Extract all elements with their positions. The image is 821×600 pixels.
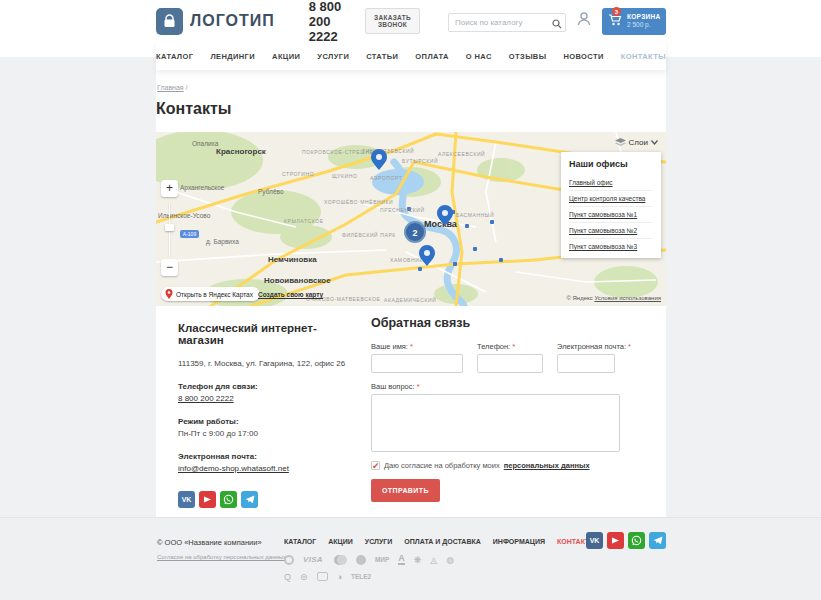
offices-panel: Наши офисы Главный офис Центр контроля к… <box>561 152 661 258</box>
payment-logo-icon <box>317 572 328 581</box>
map-cluster-marker[interactable]: 2 <box>405 222 425 242</box>
footer-item-informaciya[interactable]: ИНФОРМАЦИЯ <box>493 538 545 545</box>
payment-logo-icon: ◬ <box>430 555 437 565</box>
order-call-button[interactable]: ЗАКАЗАТЬ ЗВОНОК <box>365 8 420 34</box>
phone-label: Телефон для связи: <box>178 381 353 393</box>
header-inner: ЛОГОТИП 8 800 200 2222 ЗАКАЗАТЬ ЗВОНОК 3 <box>156 0 666 42</box>
email-label: Электронная почта: <box>178 451 353 463</box>
email-link[interactable]: info@demo-shop.whatasoft.net <box>178 464 289 473</box>
map-label: Новоивановское <box>264 276 331 285</box>
nav-item-katalog[interactable]: КАТАЛОГ <box>156 52 193 61</box>
payment-logo-icon <box>356 555 366 565</box>
whatsapp-icon[interactable] <box>220 491 237 508</box>
breadcrumb: Главная / <box>157 84 188 91</box>
footer-consent-link[interactable]: Согласие на обработку персональных данны… <box>157 554 286 560</box>
question-field[interactable] <box>371 394 620 452</box>
footer-item-katalog[interactable]: КАТАЛОГ <box>284 538 316 545</box>
road-badge: А-109 <box>180 230 199 238</box>
mastercard-icon <box>332 555 347 565</box>
qiwi-icon: Q <box>284 572 291 582</box>
create-own-map-link[interactable]: Создать свою карту <box>258 291 323 298</box>
nav-item-novosti[interactable]: НОВОСТИ <box>563 52 603 61</box>
search-icon[interactable] <box>552 15 562 33</box>
alfabank-icon: А <box>398 554 405 565</box>
required-asterisk: * <box>417 382 420 391</box>
map-label: СТРОГИНО <box>282 171 314 177</box>
office-link-pickup-3[interactable]: Пункт самовывоза №3 <box>569 239 653 254</box>
personal-data-link[interactable]: персональных данных <box>504 461 590 470</box>
question-field-label: Ваш вопрос: * <box>371 382 641 391</box>
content-column: Главная / Контакты <box>156 70 666 517</box>
map-label: АКАДЕМИЧЕСКИЙ <box>384 296 436 303</box>
vk-icon[interactable]: VK <box>178 491 195 508</box>
footer-social-links: VK <box>586 532 666 549</box>
map-label: КРЫЛАТСКОЕ <box>284 218 324 224</box>
feedback-form: Обратная связь Ваше имя: * Телефон: * Эл… <box>371 316 641 502</box>
office-link-pickup-1[interactable]: Пункт самовывоза №1 <box>569 207 653 223</box>
shop-title: Классический интернет-магазин <box>178 322 353 346</box>
terms-of-use-link[interactable]: Условия использования <box>594 295 661 301</box>
map-label: ФИЛЁВСКИЙ ПАРК <box>342 231 396 238</box>
map-zoom-out-button[interactable]: − <box>161 259 178 276</box>
consent-row: ✔ Даю согласие на обработку моих персона… <box>371 461 641 470</box>
telegram-icon[interactable] <box>241 491 258 508</box>
map-label: Архангельское <box>180 184 225 192</box>
social-links: VK <box>178 491 353 508</box>
map-label: БАСМАННЫЙ <box>456 211 494 218</box>
map-label: Красногорск <box>216 147 267 156</box>
breadcrumb-separator: / <box>186 84 188 91</box>
map-layers-control[interactable]: Слои <box>615 138 658 147</box>
consent-checkbox[interactable]: ✔ <box>371 461 380 470</box>
youtube-icon[interactable] <box>199 491 216 508</box>
payment-methods: VISA МИР А ❋ ◬ ◍ Q ⊜ ◑ TELE2 <box>284 552 454 586</box>
offices-panel-title: Наши офисы <box>569 159 653 169</box>
nav-item-o-nas[interactable]: О НАС <box>466 52 492 61</box>
map-label: ТИМИРЯЗЕВСКИЙ <box>362 147 414 154</box>
email-field-label: Электронная почта: * <box>557 342 631 351</box>
nav-item-kontakty[interactable]: КОНТАКТЫ <box>621 52 666 61</box>
nav-item-uslugi[interactable]: УСЛУГИ <box>317 52 349 61</box>
shop-address: 111359, г. Москва, ул. Гагарина, 122, оф… <box>178 358 353 370</box>
email-field[interactable] <box>557 354 615 373</box>
footer-item-oplata-dostavka[interactable]: ОПЛАТА И ДОСТАВКА <box>404 538 481 545</box>
map-label: Рублёво <box>258 188 284 196</box>
yandex-map[interactable]: А-109 Опалиха Красногорск ПОКРОВСКОЕ-СТР… <box>156 132 666 306</box>
footer-item-uslugi[interactable]: УСЛУГИ <box>365 538 393 545</box>
account-icon[interactable] <box>576 11 592 31</box>
required-asterisk: * <box>628 342 631 351</box>
footer-item-akcii[interactable]: АКЦИИ <box>328 538 353 545</box>
yandex-copyright: © Яндекс <box>566 295 592 301</box>
telegram-icon[interactable] <box>649 532 666 549</box>
logo[interactable]: ЛОГОТИП <box>156 8 275 35</box>
phone-link[interactable]: 8 800 200 2222 <box>178 394 234 403</box>
map-label: д. Барвиха <box>206 238 239 246</box>
page-title: Контакты <box>156 100 231 118</box>
map-label: БУТЫРСКИЙ <box>402 157 438 164</box>
nav-item-oplata[interactable]: ОПЛАТА <box>415 52 448 61</box>
nav-item-otzyvy[interactable]: ОТЗЫВЫ <box>509 52 547 61</box>
header-phone[interactable]: 8 800 200 2222 <box>309 0 351 44</box>
vk-icon[interactable]: VK <box>586 532 603 549</box>
logo-text: ЛОГОТИП <box>190 12 275 30</box>
nav-item-lendingi[interactable]: ЛЕНДИНГИ <box>210 52 255 61</box>
whatsapp-icon[interactable] <box>628 532 645 549</box>
phone-field[interactable] <box>477 354 543 373</box>
youtube-icon[interactable] <box>607 532 624 549</box>
footer-menu: КАТАЛОГ АКЦИИ УСЛУГИ ОПЛАТА И ДОСТАВКА И… <box>284 538 596 545</box>
breadcrumb-home-link[interactable]: Главная <box>157 84 184 91</box>
office-link-pickup-2[interactable]: Пункт самовывоза №2 <box>569 223 653 239</box>
cart-button[interactable]: 3 КОРЗИНА 2 500 р. <box>602 8 666 35</box>
nav-item-stati[interactable]: СТАТЬИ <box>366 52 398 61</box>
name-field[interactable] <box>371 354 463 373</box>
search-input[interactable] <box>448 13 566 32</box>
required-asterisk: * <box>512 342 515 351</box>
nav-item-akcii[interactable]: АКЦИИ <box>272 52 300 61</box>
open-in-yandex-maps-button[interactable]: Открыть в Яндекс Картах <box>161 287 260 301</box>
office-link-main[interactable]: Главный офис <box>569 175 653 191</box>
office-link-quality[interactable]: Центр контроля качества <box>569 191 653 207</box>
visa-icon: VISA <box>303 555 323 564</box>
map-zoom-in-button[interactable]: + <box>161 180 178 197</box>
submit-button[interactable]: ОТПРАВИТЬ <box>371 479 440 502</box>
map-label: АЭРОПОРТ <box>370 175 402 181</box>
map-zoom-slider-handle[interactable] <box>165 224 174 231</box>
